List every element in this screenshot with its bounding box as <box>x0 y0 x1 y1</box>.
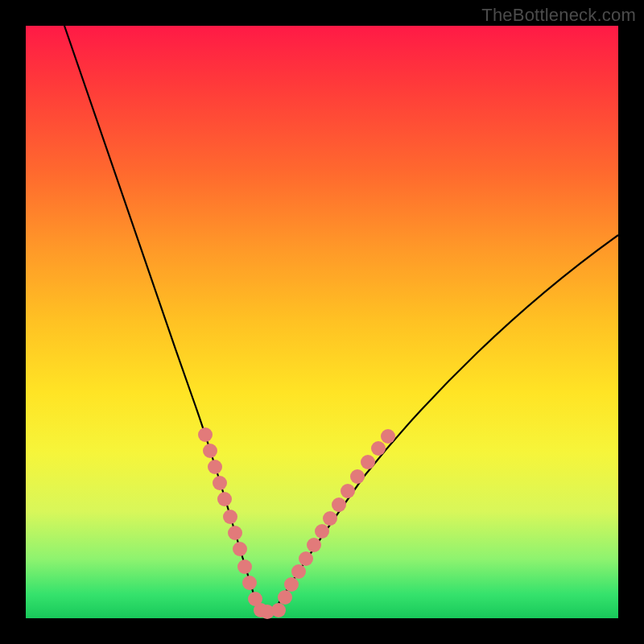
svg-point-9 <box>242 576 257 590</box>
svg-point-2 <box>208 460 222 474</box>
svg-point-22 <box>341 484 355 498</box>
svg-point-6 <box>228 526 242 540</box>
svg-point-26 <box>381 429 395 444</box>
dots-left-branch <box>198 427 268 617</box>
v-curve-path <box>64 26 618 612</box>
watermark-text: TheBottleneck.com <box>481 5 636 26</box>
svg-point-15 <box>284 577 299 592</box>
svg-point-7 <box>233 542 247 556</box>
svg-point-19 <box>315 524 329 539</box>
svg-point-20 <box>323 511 337 526</box>
dots-right-branch <box>278 429 395 605</box>
svg-point-14 <box>278 590 292 605</box>
svg-point-18 <box>307 538 321 552</box>
plot-area <box>26 26 618 618</box>
svg-point-21 <box>332 497 346 512</box>
svg-point-8 <box>237 559 252 574</box>
svg-point-0 <box>198 427 213 442</box>
svg-point-1 <box>203 444 217 458</box>
svg-point-4 <box>217 492 232 506</box>
svg-point-13 <box>271 603 286 617</box>
svg-point-24 <box>361 455 375 469</box>
svg-point-3 <box>213 476 227 490</box>
svg-point-23 <box>350 469 365 484</box>
svg-point-5 <box>223 510 237 524</box>
svg-point-17 <box>299 551 313 566</box>
chart-frame: TheBottleneck.com <box>0 0 644 644</box>
v-curve-svg <box>26 26 618 618</box>
svg-point-25 <box>371 441 386 456</box>
svg-point-16 <box>291 564 306 579</box>
